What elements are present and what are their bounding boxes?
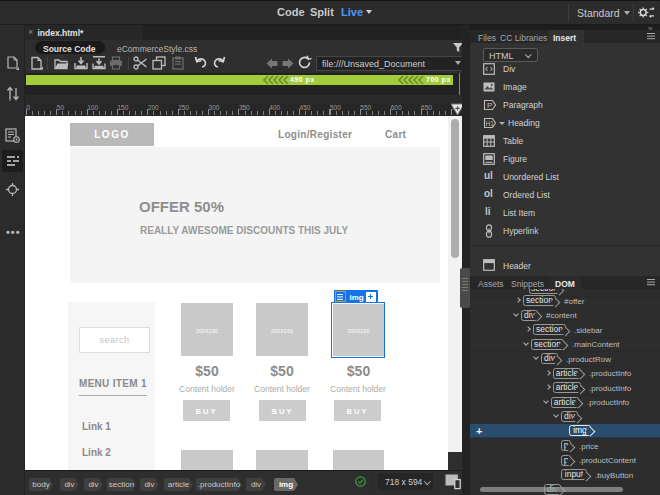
svg-text:H1: H1 bbox=[486, 120, 495, 127]
svg-text:P: P bbox=[487, 100, 492, 109]
